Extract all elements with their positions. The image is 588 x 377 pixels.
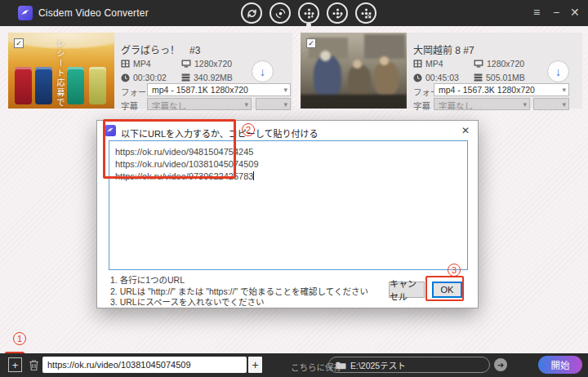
record-icon[interactable] [270,2,291,24]
monitor-icon [474,60,483,68]
format-badge: MP4 [121,59,151,69]
chevron-down-icon: ▾ [562,100,566,109]
instruction-line: 1. 各行に1つのURL [110,275,368,286]
subtitle-track-select[interactable]: ▾ [533,98,569,110]
url-line: https://ok.ru/video/9481504754245 [115,146,461,158]
dialog-title: 以下にURLを入力するか、コピーして貼り付ける [121,126,318,140]
download-video-button[interactable]: ↓ [547,60,569,82]
monitor-icon [181,60,191,68]
video-thumbnail-1[interactable]: レシート応募で ✓ [8,33,114,109]
video-checkbox-2[interactable]: ✓ [306,38,316,48]
duration-badge: 00:30:02 [121,73,167,82]
chevron-down-icon: ▾ [562,86,566,94]
format-select[interactable]: mp4 - 1587.1K 1280x720▾ [147,83,291,96]
download-icon[interactable] [298,2,319,24]
format-badge: MP4 [413,59,443,69]
url-line: https://ok.ru/video/9730622425783 [115,171,461,183]
video-card-2: ✓ 大岡越前 8 #7 MP4 1280x720 00:45:03 505.01… [301,33,582,109]
format-select[interactable]: mp4 - 1567.3K 1280x720▾ [434,83,569,96]
titlebar: Cisdem Video Converter [0,0,588,26]
video-thumbnail-2[interactable]: ✓ [301,33,407,109]
instruction-line: 2. URLは "http://" または "https://" で始まることを… [110,286,368,298]
instruction-line: 3. URLにスペースを入れないでください [110,297,368,308]
ok-button[interactable]: OK [432,282,462,298]
annotation-number-2: 2 [242,123,255,136]
subtitle-select[interactable]: 字幕なし▾ [434,98,530,110]
subtitle-select[interactable]: 字幕なし▾ [147,98,252,110]
dialog-app-icon [105,125,116,136]
app-logo-icon [18,6,33,20]
storage-icon [474,73,483,82]
format-label: フォーマット [121,86,145,98]
text-cursor [253,171,254,180]
video-checkbox-1[interactable]: ✓ [14,38,24,48]
film-icon [121,60,130,68]
chevron-down-icon: ▾ [244,100,248,109]
add-to-list-button[interactable]: + [248,357,262,373]
url-line: https://ok.ru/video/10381045074509 [115,158,461,171]
video-title: グラばらっ！ #3 [121,42,200,56]
delete-icon[interactable] [27,357,40,372]
annotation-number-3: 3 [448,264,461,277]
resolution-badge: 1280x720 [181,59,232,69]
chevron-down-icon: ▾ [283,86,287,94]
convert-icon[interactable] [241,2,262,24]
video-card-1: レシート応募で ✓ グラばらっ！ #3 MP4 1280x720 00:30:0… [8,33,292,109]
app-title: Cisdem Video Converter [38,7,149,19]
cancel-button[interactable]: キャンセル [389,282,425,298]
compress-icon[interactable] [355,2,376,24]
folder-icon [336,361,346,370]
url-input[interactable] [42,357,247,373]
dialog-instructions: 1. 各行に1つのURL 2. URLは "http://" または "http… [110,275,368,308]
annotation-number-1: 1 [13,332,26,345]
subtitle-label: 字幕 [121,100,145,112]
save-path-text: E:\2025テスト [350,359,406,371]
close-icon[interactable]: ✕ [570,7,580,18]
film-icon [413,60,422,68]
clock-icon [121,73,130,82]
app-window: Cisdem Video Converter [0,0,588,377]
filesize-badge: 340.92MB [181,73,233,82]
start-button[interactable]: 開始 [538,356,582,374]
thumbnail-caption: レシート応募で [54,39,66,108]
dialog-close-icon[interactable]: ✕ [461,125,470,136]
url-textarea[interactable]: https://ok.ru/video/9481504754245 https:… [109,140,468,270]
add-url-button[interactable]: + [8,357,22,372]
filesize-badge: 505.01MB [474,73,525,82]
open-folder-button[interactable]: ➜ [494,358,507,371]
resolution-badge: 1280x720 [474,59,524,69]
storage-icon [181,73,190,82]
subtitle-track-select[interactable]: ▾ [256,98,291,110]
minimize-icon[interactable]: − [553,7,559,18]
save-path-field[interactable]: E:\2025テスト [328,357,490,373]
duration-badge: 00:45:03 [413,73,459,82]
chevron-down-icon: ▾ [283,100,287,109]
video-title: 大岡越前 8 #7 [413,42,474,56]
bottom-toolbar: + + こちらに保存 E:\2025テスト ➜ 開始 [0,353,588,377]
chevron-down-icon: ▾ [523,100,527,109]
menu-icon[interactable]: ≡ [533,7,540,18]
clock-icon [413,73,422,82]
url-input-dialog: 以下にURLを入力するか、コピーして貼り付ける ✕ https://ok.ru/… [96,120,479,308]
download-video-button[interactable]: ↓ [252,60,274,82]
toolbox-icon[interactable] [327,2,348,24]
